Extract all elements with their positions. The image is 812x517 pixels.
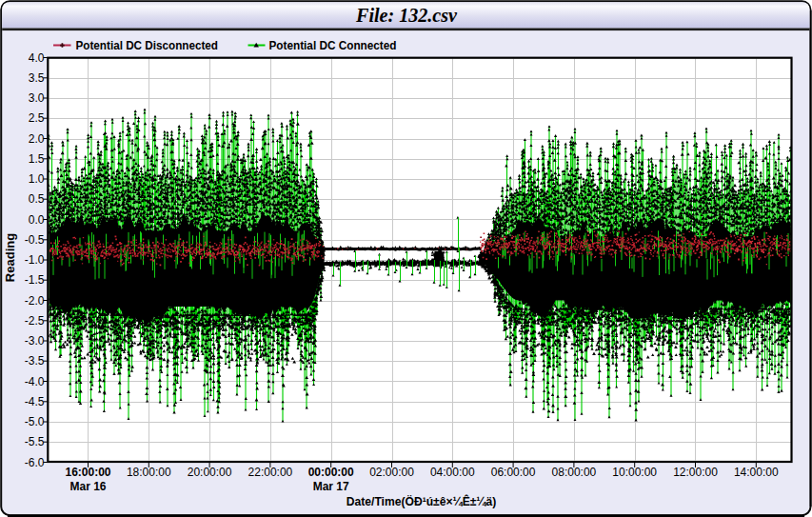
svg-text:12:00:00: 12:00:00 bbox=[673, 466, 718, 479]
svg-text:Mar 17: Mar 17 bbox=[313, 480, 349, 493]
svg-text:-2.0: -2.0 bbox=[25, 294, 45, 308]
svg-text:Date/Time(ÖÐ¹ú±ê×¼Ê±¼ä): Date/Time(ÖÐ¹ú±ê×¼Ê±¼ä) bbox=[347, 494, 497, 508]
svg-text:Potential DC Connected: Potential DC Connected bbox=[269, 39, 397, 52]
svg-text:-6.0: -6.0 bbox=[25, 456, 45, 469]
svg-text:1.5: 1.5 bbox=[29, 152, 45, 166]
svg-text:File: 132.csv: File: 132.csv bbox=[355, 4, 458, 27]
svg-text:-2.5: -2.5 bbox=[25, 314, 45, 328]
svg-text:14:00:00: 14:00:00 bbox=[734, 466, 779, 479]
svg-text:2.5: 2.5 bbox=[29, 111, 45, 125]
svg-text:18:00:00: 18:00:00 bbox=[127, 466, 171, 479]
svg-text:1.0: 1.0 bbox=[29, 172, 45, 186]
svg-text:06:00:00: 06:00:00 bbox=[491, 466, 536, 479]
svg-text:0.0: 0.0 bbox=[29, 213, 45, 227]
svg-text:02:00:00: 02:00:00 bbox=[369, 466, 414, 479]
svg-text:20:00:00: 20:00:00 bbox=[188, 466, 232, 479]
svg-text:22:00:00: 22:00:00 bbox=[248, 466, 293, 479]
svg-text:Mar 16: Mar 16 bbox=[69, 480, 106, 493]
svg-text:-4.5: -4.5 bbox=[25, 395, 45, 408]
svg-text:04:00:00: 04:00:00 bbox=[430, 466, 475, 479]
svg-text:-0.5: -0.5 bbox=[25, 233, 45, 247]
svg-text:16:00:00: 16:00:00 bbox=[65, 466, 110, 479]
svg-text:3.0: 3.0 bbox=[29, 91, 45, 105]
svg-text:-4.0: -4.0 bbox=[25, 375, 45, 388]
svg-text:08:00:00: 08:00:00 bbox=[552, 466, 597, 479]
svg-text:10:00:00: 10:00:00 bbox=[612, 466, 657, 479]
svg-text:0.5: 0.5 bbox=[29, 192, 45, 206]
svg-text:-1.5: -1.5 bbox=[25, 273, 45, 287]
svg-text:3.5: 3.5 bbox=[29, 71, 45, 85]
svg-text:-3.5: -3.5 bbox=[25, 354, 45, 368]
svg-text:-1.0: -1.0 bbox=[25, 253, 45, 267]
svg-text:Reading: Reading bbox=[3, 233, 17, 282]
svg-text:4.0: 4.0 bbox=[29, 51, 45, 65]
svg-text:00:00:00: 00:00:00 bbox=[308, 466, 354, 479]
svg-text:Potential DC Disconnected: Potential DC Disconnected bbox=[76, 39, 219, 52]
svg-text:2.0: 2.0 bbox=[29, 132, 45, 146]
svg-text:-5.0: -5.0 bbox=[25, 415, 45, 428]
svg-text:-3.0: -3.0 bbox=[25, 334, 45, 348]
svg-text:-5.5: -5.5 bbox=[25, 435, 45, 448]
